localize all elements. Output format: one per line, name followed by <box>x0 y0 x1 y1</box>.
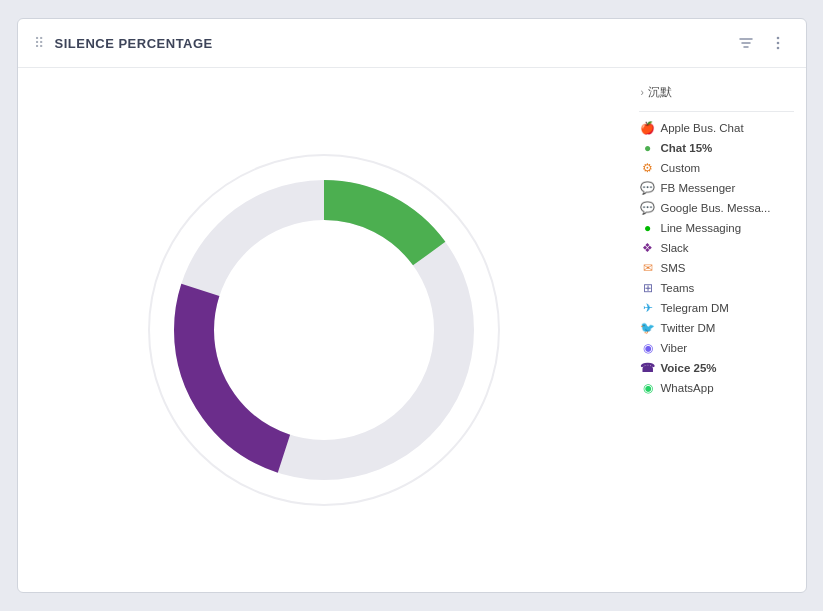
header-actions <box>734 31 790 55</box>
legend-item-voice[interactable]: ☎Voice 25% <box>639 358 794 378</box>
legend-items: 🍎Apple Bus. Chat●Chat 15%⚙Custom💬FB Mess… <box>639 118 794 398</box>
google-label: Google Bus. Messa... <box>661 202 771 214</box>
chat-label: Chat 15% <box>661 142 713 154</box>
legend-item-viber[interactable]: ◉Viber <box>639 338 794 358</box>
donut-chart <box>134 140 514 520</box>
whatsapp-label: WhatsApp <box>661 382 714 394</box>
voice-icon: ☎ <box>641 361 655 375</box>
teams-label: Teams <box>661 282 695 294</box>
custom-label: Custom <box>661 162 701 174</box>
card-title: SILENCE PERCENTAGE <box>55 36 734 51</box>
card-content: › 沉默 🍎Apple Bus. Chat●Chat 15%⚙Custom💬FB… <box>18 68 806 592</box>
chart-area <box>18 68 631 592</box>
legend-item-twitter[interactable]: 🐦Twitter DM <box>639 318 794 338</box>
line-icon: ● <box>641 221 655 235</box>
sms-label: SMS <box>661 262 686 274</box>
google-icon: 💬 <box>641 201 655 215</box>
legend-divider <box>639 111 794 112</box>
legend-item-whatsapp[interactable]: ◉WhatsApp <box>639 378 794 398</box>
filter-icon <box>738 35 754 51</box>
custom-icon: ⚙ <box>641 161 655 175</box>
whatsapp-icon: ◉ <box>641 381 655 395</box>
legend-section-title: 沉默 <box>648 84 672 101</box>
filter-button[interactable] <box>734 31 758 55</box>
more-icon <box>770 35 786 51</box>
card-header: ⠿ SILENCE PERCENTAGE <box>18 19 806 68</box>
legend-item-fb[interactable]: 💬FB Messenger <box>639 178 794 198</box>
legend-item-google[interactable]: 💬Google Bus. Messa... <box>639 198 794 218</box>
telegram-label: Telegram DM <box>661 302 729 314</box>
twitter-icon: 🐦 <box>641 321 655 335</box>
legend-item-teams[interactable]: ⊞Teams <box>639 278 794 298</box>
twitter-label: Twitter DM <box>661 322 716 334</box>
line-label: Line Messaging <box>661 222 742 234</box>
legend-item-chat[interactable]: ●Chat 15% <box>639 138 794 158</box>
donut-svg <box>134 140 514 520</box>
voice-label: Voice 25% <box>661 362 717 374</box>
sms-icon: ✉ <box>641 261 655 275</box>
svg-point-2 <box>776 47 779 50</box>
legend-item-custom[interactable]: ⚙Custom <box>639 158 794 178</box>
legend-item-line[interactable]: ●Line Messaging <box>639 218 794 238</box>
svg-point-0 <box>776 37 779 40</box>
teams-icon: ⊞ <box>641 281 655 295</box>
apple-icon: 🍎 <box>641 121 655 135</box>
svg-point-1 <box>776 42 779 45</box>
legend-section-header[interactable]: › 沉默 <box>639 80 794 105</box>
telegram-icon: ✈ <box>641 301 655 315</box>
legend-item-sms[interactable]: ✉SMS <box>639 258 794 278</box>
more-button[interactable] <box>766 31 790 55</box>
apple-label: Apple Bus. Chat <box>661 122 744 134</box>
fb-label: FB Messenger <box>661 182 736 194</box>
legend-item-telegram[interactable]: ✈Telegram DM <box>639 298 794 318</box>
silence-percentage-card: ⠿ SILENCE PERCENTAGE <box>17 18 807 593</box>
drag-icon: ⠿ <box>34 35 45 51</box>
slack-label: Slack <box>661 242 689 254</box>
chevron-icon: › <box>641 87 644 98</box>
slack-icon: ❖ <box>641 241 655 255</box>
viber-icon: ◉ <box>641 341 655 355</box>
chat-icon: ● <box>641 141 655 155</box>
viber-label: Viber <box>661 342 688 354</box>
legend-area: › 沉默 🍎Apple Bus. Chat●Chat 15%⚙Custom💬FB… <box>631 68 806 592</box>
legend-item-apple[interactable]: 🍎Apple Bus. Chat <box>639 118 794 138</box>
fb-icon: 💬 <box>641 181 655 195</box>
legend-item-slack[interactable]: ❖Slack <box>639 238 794 258</box>
